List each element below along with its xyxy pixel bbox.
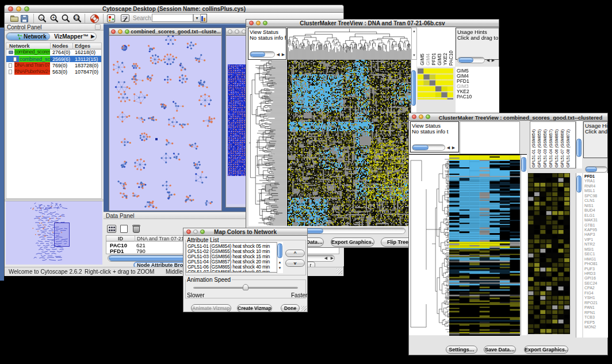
svg-text:–: – — [40, 16, 43, 20]
svg-text:+: + — [52, 16, 55, 20]
svg-text:1:1: 1:1 — [74, 16, 79, 20]
